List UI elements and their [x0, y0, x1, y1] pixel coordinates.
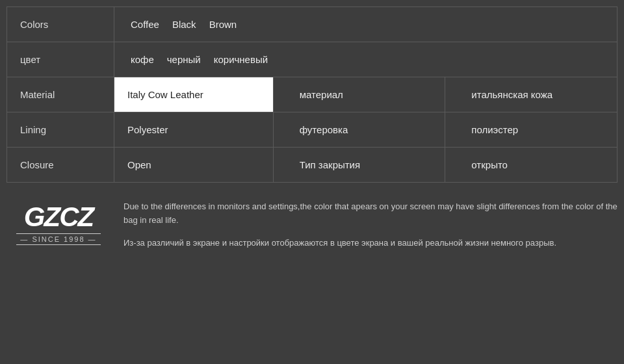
table-row: Lining Polyester футеровка полиэстер — [7, 112, 617, 148]
row-value-lining: Polyester футеровка полиэстер — [114, 112, 617, 147]
logo-tagline: — SINCE 1998 — — [16, 233, 100, 245]
product-table: Colors Coffee Black Brown цвет кофе черн… — [6, 6, 618, 183]
table-row: цвет кофе черный коричневый — [7, 42, 617, 77]
table-row: Colors Coffee Black Brown — [7, 7, 617, 42]
material-col2: материал — [287, 77, 446, 112]
row-label-lining: Lining — [7, 112, 114, 147]
disclaimer-area: Due to the differences in monitors and s… — [124, 197, 618, 250]
row-label-colors: Colors — [7, 7, 114, 42]
closure-col1: Open — [114, 148, 274, 182]
table-row: Material Italy Cow Leather материал итал… — [7, 77, 617, 112]
brand-logo: GZCZ — SINCE 1998 — — [6, 197, 110, 252]
table-row: Closure Open Тип закрытия открыто — [7, 148, 617, 182]
row-value-closure: Open Тип закрытия открыто — [114, 148, 617, 182]
row-label-cvet: цвет — [7, 42, 114, 77]
lining-col1: Polyester — [114, 112, 274, 147]
disclaimer-english: Due to the differences in monitors and s… — [124, 200, 618, 228]
material-col1: Italy Cow Leather — [114, 77, 274, 112]
row-label-material: Material — [7, 77, 114, 112]
main-container: Colors Coffee Black Brown цвет кофе черн… — [0, 0, 624, 364]
lining-col3: полиэстер — [458, 112, 617, 147]
lining-col2: футеровка — [287, 112, 446, 147]
row-value-cvet: кофе черный коричневый — [114, 42, 617, 77]
closure-col2: Тип закрытия — [287, 148, 446, 182]
material-col3: итальянская кожа — [458, 77, 617, 112]
disclaimer-russian: Из-за различий в экране и настройки отоб… — [124, 237, 618, 250]
closure-col3: открыто — [458, 148, 617, 182]
row-value-material: Italy Cow Leather материал итальянская к… — [114, 77, 617, 112]
logo-text: GZCZ — [24, 203, 93, 231]
row-value-colors: Coffee Black Brown — [114, 7, 617, 42]
row-label-closure: Closure — [7, 148, 114, 182]
footer-section: GZCZ — SINCE 1998 — Due to the differenc… — [6, 190, 618, 258]
